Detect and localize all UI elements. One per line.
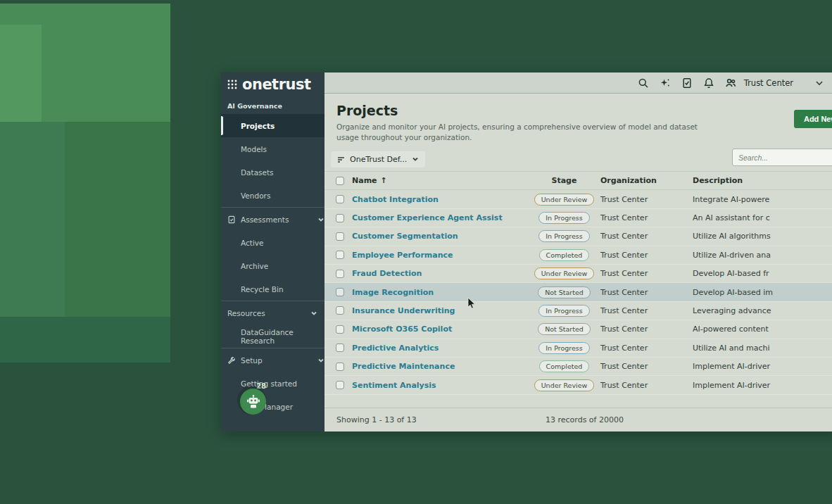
table-footer: Showing 1 - 13 of 13 13 records of 20000 — [324, 408, 832, 431]
main-content: Trust Center Projects Organize and monit… — [324, 73, 832, 431]
app-launcher-icon[interactable] — [227, 80, 237, 89]
pagination-summary: Showing 1 - 13 of 13 — [324, 415, 417, 424]
sidebar-item-models[interactable]: Models — [221, 137, 324, 160]
project-name-link[interactable]: Sentiment Analysis — [352, 381, 436, 390]
table-row[interactable]: Sentiment Analysis Under Review Trust Ce… — [324, 376, 832, 394]
table-row[interactable]: Insurance Underwriting In Progress Trust… — [324, 302, 832, 320]
row-checkbox[interactable] — [336, 344, 344, 352]
sort-ascending-icon[interactable]: ↑ — [381, 176, 387, 185]
sidebar-item-getting-started[interactable]: Getting started — [221, 372, 324, 395]
description-cell: Implement AI-driver — [693, 381, 832, 390]
page-title: Projects — [336, 103, 832, 118]
topbar: Trust Center — [324, 73, 832, 94]
row-checkbox[interactable] — [336, 381, 344, 389]
chevron-down-icon[interactable] — [814, 77, 825, 89]
chevron-down-icon — [317, 216, 324, 223]
sidebar-item-label: DataGuidance Research — [241, 328, 324, 345]
sidebar-item-datasets[interactable]: Datasets — [221, 160, 324, 184]
document-check-icon[interactable] — [681, 77, 693, 89]
sidebar-item-manager[interactable]: Manager — [221, 395, 324, 418]
stage-badge: Completed — [539, 360, 590, 372]
table-row[interactable]: Microsoft O365 Copilot Not Started Trust… — [324, 320, 832, 339]
column-header-description[interactable]: Description — [693, 176, 832, 185]
column-header-name[interactable]: Name — [352, 176, 377, 185]
project-name-link[interactable]: Fraud Detection — [352, 269, 422, 278]
page-header: Projects Organize and monitor your AI pr… — [324, 94, 832, 150]
table-row[interactable]: Customer Segmentation In Progress Trust … — [324, 227, 832, 246]
project-name-link[interactable]: Insurance Underwriting — [352, 306, 455, 315]
row-checkbox[interactable] — [336, 251, 344, 259]
sidebar-item-label: Setup — [241, 356, 313, 365]
sidebar-item-label: Active — [241, 239, 263, 247]
sidebar-item-resources[interactable]: Resources — [221, 301, 324, 325]
trust-center-label[interactable]: Trust Center — [744, 78, 793, 88]
project-name-link[interactable]: Employee Performance — [352, 251, 453, 260]
row-checkbox[interactable] — [336, 270, 344, 278]
table-row[interactable]: Image Recognition Not Started Trust Cent… — [324, 283, 832, 301]
sidebar-item-active[interactable]: Active — [221, 231, 324, 254]
notifications-bell-icon[interactable] — [703, 77, 714, 89]
table-row[interactable]: Chatbot Integration Under Review Trust C… — [324, 190, 832, 208]
stage-badge: In Progress — [538, 342, 589, 354]
row-checkbox[interactable] — [336, 195, 344, 203]
project-name-link[interactable]: Chatbot Integration — [352, 195, 439, 204]
description-cell: Develop AI-based im — [693, 288, 832, 297]
sidebar-item-label: Resources — [227, 309, 265, 317]
sidebar-item-label: Assessments — [241, 215, 313, 224]
row-checkbox[interactable] — [336, 325, 344, 334]
row-checkbox[interactable] — [336, 214, 344, 222]
description-cell: Integrate AI-powere — [693, 195, 832, 204]
description-cell: Utilize AI and machi — [693, 344, 832, 353]
organization-cell: Trust Center — [600, 195, 693, 204]
project-name-link[interactable]: Predictive Analytics — [352, 344, 439, 353]
sidebar-item-vendors[interactable]: Vendors — [221, 184, 324, 207]
stage-badge: Not Started — [538, 286, 591, 298]
background-rect — [0, 25, 42, 122]
column-header-organization[interactable]: Organization — [600, 176, 693, 185]
description-cell: Implement AI-driver — [693, 362, 832, 371]
project-name-link[interactable]: Predictive Maintenance — [352, 362, 455, 371]
row-checkbox[interactable] — [336, 306, 344, 315]
organization-cell: Trust Center — [600, 232, 693, 241]
search-icon[interactable] — [638, 77, 649, 89]
row-checkbox[interactable] — [336, 288, 344, 296]
users-icon[interactable] — [725, 77, 736, 89]
project-name-link[interactable]: Microsoft O365 Copilot — [352, 325, 452, 334]
row-checkbox[interactable] — [336, 363, 344, 371]
sidebar-item-dataguidance-research[interactable]: DataGuidance Research — [221, 325, 324, 348]
sidebar-item-assessments[interactable]: Assessments — [221, 208, 324, 231]
chevron-down-icon — [310, 310, 317, 317]
robot-avatar — [240, 389, 266, 415]
view-selector-dropdown[interactable]: OneTrust Def... — [331, 151, 425, 168]
project-name-link[interactable]: Customer Experience Agent Assist — [352, 213, 503, 222]
sidebar-item-label: Vendors — [241, 191, 270, 200]
row-checkbox[interactable] — [336, 232, 344, 241]
stage-badge: In Progress — [538, 230, 589, 242]
logo-wordmark: onetrust — [242, 77, 311, 92]
sidebar-item-recycle-bin[interactable]: Recycle Bin — [221, 277, 324, 301]
select-all-checkbox[interactable] — [336, 177, 344, 185]
ai-sparkle-icon[interactable] — [660, 77, 671, 89]
add-new-button[interactable]: Add New — [794, 110, 832, 128]
table-row[interactable]: Customer Experience Agent Assist In Prog… — [324, 209, 832, 227]
project-name-link[interactable]: Customer Segmentation — [352, 232, 458, 241]
logo[interactable]: onetrust — [221, 73, 324, 96]
background-rect — [0, 317, 170, 363]
sidebar-item-label: Projects — [241, 122, 275, 130]
stage-badge: In Progress — [538, 305, 589, 317]
column-header-stage[interactable]: Stage — [528, 176, 600, 185]
sidebar-item-projects[interactable]: Projects — [221, 114, 324, 137]
sidebar-item-archive[interactable]: Archive — [221, 254, 324, 277]
sidebar-item-setup[interactable]: Setup — [221, 348, 324, 372]
sidebar: onetrust AI Governance Projects Models D… — [221, 73, 324, 431]
assessments-icon — [227, 215, 236, 224]
project-name-link[interactable]: Image Recognition — [352, 288, 434, 297]
table-row[interactable]: Fraud Detection Under Review Trust Cente… — [324, 265, 832, 283]
table-row[interactable]: Predictive Maintenance Completed Trust C… — [324, 358, 832, 376]
search-input[interactable] — [732, 149, 832, 166]
description-cell: Develop AI-based fr — [693, 269, 832, 278]
description-cell: AI-powered content — [693, 325, 832, 334]
organization-cell: Trust Center — [600, 213, 693, 222]
table-row[interactable]: Employee Performance Completed Trust Cen… — [324, 246, 832, 265]
table-row[interactable]: Predictive Analytics In Progress Trust C… — [324, 339, 832, 358]
